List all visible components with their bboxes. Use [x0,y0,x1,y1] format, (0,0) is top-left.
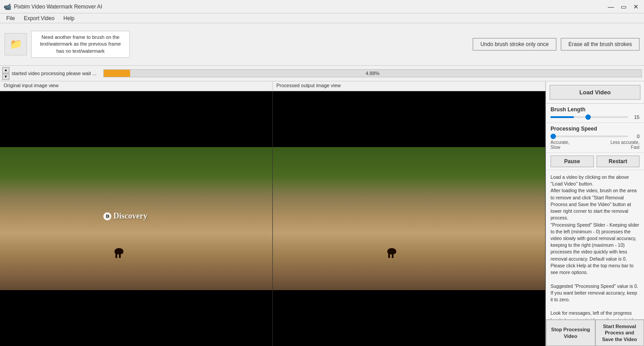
letterbox-bottom-right [273,290,545,346]
brush-length-slider[interactable] [551,116,628,118]
app-title: Pixbim Video Watermark Remover AI [14,4,606,10]
close-button[interactable]: ✕ [631,2,640,11]
processing-speed-slider[interactable] [551,135,628,137]
terrain-left: DDiscovery [0,147,272,290]
terrain-right [273,147,545,290]
speed-slider-labels: Accurate,Slow Less accurate,Fast [551,140,640,150]
right-panel-header: Processed output image view [273,81,546,91]
scroll-up-button[interactable]: ▲ [2,67,9,73]
panels-row: DDiscovery [0,91,546,346]
maximize-button[interactable]: ▭ [619,2,628,11]
left-video-panel[interactable]: DDiscovery [0,91,273,346]
brush-length-slider-container: 15 [551,114,640,120]
open-folder-button[interactable]: 📁 [4,33,27,55]
right-video-panel[interactable] [273,91,546,346]
sidebar: Load Video Brush Length 15 Processing Sp… [546,81,644,346]
processing-speed-slider-container: 0 [551,134,640,139]
restart-button[interactable]: Restart [597,156,640,167]
frame-content-left: DDiscovery [0,147,272,290]
menu-help[interactable]: Help [59,14,79,22]
status-text: started video processing please wait ... [12,71,101,76]
letterbox-top-right [273,91,545,147]
pause-button[interactable]: Pause [551,156,594,167]
toolbar: 📁 Need another frame to brush on the tex… [0,23,644,66]
undo-brush-button[interactable]: Undo brush stroke only once [473,38,556,51]
animal-silhouette-right [387,248,396,254]
app-icon: 📹 [4,3,11,10]
processing-speed-value: 0 [631,134,640,139]
progress-area: ▲ ▼ started video processing please wait… [0,66,644,81]
processing-speed-label: Processing Speed [551,126,640,132]
letterbox-top-left [0,91,272,147]
letterbox-bottom-left [0,290,272,346]
load-video-button[interactable]: Load Video [550,85,640,100]
watermark-overlay: DDiscovery [103,211,147,221]
minimize-button[interactable]: — [606,2,615,11]
help-text-content: Load a video by clicking on the above "L… [551,174,639,319]
menu-export-video[interactable]: Export Video [19,14,59,22]
main-content: Original input image view Processed outp… [0,81,644,346]
pause-restart-row: Pause Restart [546,153,644,170]
processing-speed-section: Processing Speed 0 Accurate,Slow Less ac… [546,123,644,153]
brush-length-label: Brush Length [551,106,640,113]
menubar: File Export Video Help [0,13,644,23]
tooltip-box: Need another frame to brush on the text/… [31,31,130,58]
sidebar-top: Load Video [546,81,644,104]
stop-processing-button[interactable]: Stop Processing Video [546,320,595,346]
left-panel-header: Original input image view [0,81,273,91]
erase-all-button[interactable]: Erase all the brush strokes [561,38,640,51]
folder-icon: 📁 [10,38,22,50]
speed-label-fast: Less accurate,Fast [610,140,640,150]
help-text: Load a video by clicking on the above "L… [546,170,644,319]
brush-length-value: 15 [631,114,640,120]
speed-label-slow: Accurate,Slow [551,140,569,150]
progress-bar-fill [104,70,130,77]
brush-length-section: Brush Length 15 [546,104,644,123]
menu-file[interactable]: File [2,14,19,22]
frame-content-right [273,147,545,290]
titlebar: 📹 Pixbim Video Watermark Remover AI — ▭ … [0,0,644,13]
video-panels: Original input image view Processed outp… [0,81,546,346]
sidebar-bottom: Stop Processing Video Start Removal Proc… [546,319,644,346]
scroll-down-button[interactable]: ▼ [2,74,9,80]
progress-percent: 4.88% [365,71,379,76]
animal-silhouette-left [114,248,123,254]
start-removal-button[interactable]: Start Removal Process and Save the Video [595,320,644,346]
panel-headers: Original input image view Processed outp… [0,81,546,91]
progress-bar: 4.88% [103,69,642,77]
